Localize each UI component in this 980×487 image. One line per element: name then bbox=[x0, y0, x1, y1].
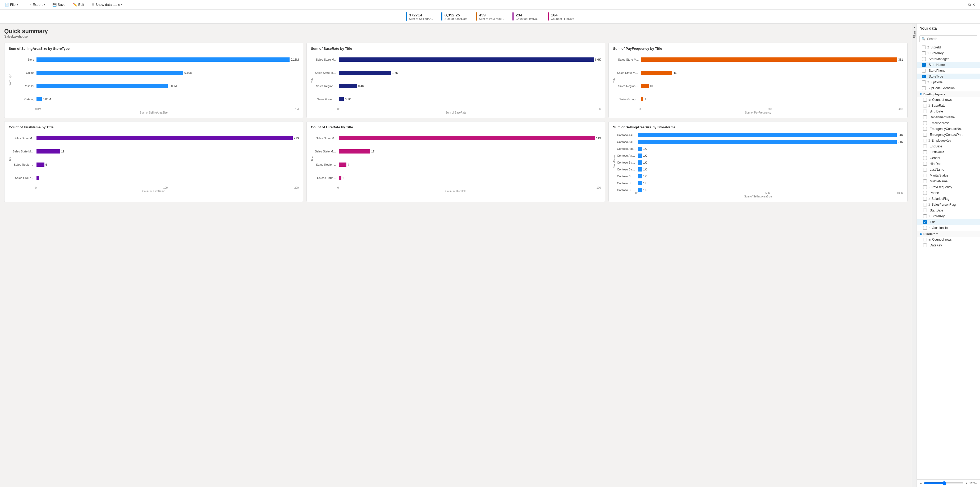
storetype-label: StoreType bbox=[929, 75, 977, 78]
storemanager-checkbox[interactable] bbox=[922, 57, 926, 61]
sidebar-item-email[interactable]: EmailAddress bbox=[917, 120, 980, 126]
hiredate-checkbox[interactable] bbox=[923, 162, 927, 166]
salariedflag-checkbox[interactable] bbox=[923, 197, 927, 201]
sidebar-item-startdate[interactable]: StartDate bbox=[917, 208, 980, 213]
countrows-emp-checkbox[interactable] bbox=[923, 98, 927, 102]
table-icon: ⊞ bbox=[920, 93, 922, 96]
middlename-checkbox[interactable] bbox=[923, 179, 927, 183]
emergphone-checkbox[interactable] bbox=[923, 133, 927, 137]
chart1-title: Sum of SellingAreaSize by StoreType bbox=[9, 46, 299, 51]
sidebar-item-payfreq[interactable]: Σ PayFrequency bbox=[917, 184, 980, 190]
sidebar-item-datekey[interactable]: DateKey bbox=[917, 243, 980, 248]
storeid-checkbox[interactable] bbox=[922, 46, 926, 49]
chart4-title: Count of FirstName by Title bbox=[9, 125, 299, 129]
sidebar-item-gender[interactable]: Gender bbox=[917, 155, 980, 161]
sidebar-item-count-rows-employee[interactable]: ▣ Count of rows bbox=[917, 97, 980, 103]
sidebar-item-phone[interactable]: Phone bbox=[917, 190, 980, 196]
title-checkbox[interactable]: ✓ bbox=[923, 220, 927, 224]
marital-label: MaritalStatus bbox=[930, 174, 977, 177]
storephone-label: StorePhone bbox=[929, 69, 977, 72]
sidebar-item-maritalstatus[interactable]: MaritalStatus bbox=[917, 172, 980, 179]
sidebar-item-storeid[interactable]: Σ StoreId bbox=[917, 45, 980, 50]
sidebar-item-deptname[interactable]: DepartmentName bbox=[917, 114, 980, 120]
sidebar-item-storekey-emp[interactable]: Σ StoreKey bbox=[917, 213, 980, 219]
storephone-checkbox[interactable] bbox=[922, 69, 926, 72]
sidebar-search[interactable]: 🔍 bbox=[920, 35, 977, 42]
sidebar-item-hiredate[interactable]: HireDate bbox=[917, 161, 980, 167]
marital-checkbox[interactable] bbox=[923, 174, 927, 177]
filters-toggle[interactable]: › Filters bbox=[912, 24, 916, 487]
sidebar-item-storekey[interactable]: Σ StoreKey bbox=[917, 50, 980, 56]
sidebar-item-salariedflag[interactable]: Σ SalariedFlag bbox=[917, 196, 980, 202]
payfreq-checkbox[interactable] bbox=[923, 185, 927, 189]
zipcodeext-checkbox[interactable] bbox=[922, 86, 926, 90]
sidebar-item-vacationhours[interactable]: Σ VacationHours bbox=[917, 225, 980, 231]
sidebar-item-storemanager[interactable]: StoreManager bbox=[917, 56, 980, 62]
zoom-in-icon[interactable]: + bbox=[966, 482, 967, 485]
sidebar-item-enddate[interactable]: EndDate bbox=[917, 144, 980, 149]
filters-label: Filters bbox=[913, 30, 916, 38]
chart4-y-label: Title bbox=[9, 156, 12, 161]
kpi-3-value: 439 bbox=[479, 13, 504, 17]
sidebar-group-dimemployee[interactable]: ⊞ DimEmployee ▾ bbox=[917, 91, 980, 97]
sidebar-item-count-rows-date[interactable]: ▣ Count of rows bbox=[917, 236, 980, 243]
charts-row-1: Sum of SellingAreaSize by StoreType Stor… bbox=[4, 43, 908, 118]
storetype-checkbox[interactable]: ✓ bbox=[922, 75, 926, 78]
close-icon: ✕ bbox=[972, 3, 975, 6]
search-input[interactable] bbox=[920, 35, 977, 42]
sidebar-item-storetype[interactable]: ✓ StoreType bbox=[917, 73, 980, 80]
countrows-date-checkbox[interactable] bbox=[923, 238, 927, 241]
chart1-bar-3: Catalog 0.00M bbox=[13, 97, 299, 102]
deptname-checkbox[interactable] bbox=[923, 115, 927, 119]
storekey-emp-checkbox[interactable] bbox=[923, 214, 927, 218]
chart6-bar-8: Contoso Burli... 1K bbox=[617, 187, 903, 193]
birthdate-checkbox[interactable] bbox=[923, 110, 927, 113]
enddate-checkbox[interactable] bbox=[923, 145, 927, 148]
sidebar-item-baserate[interactable]: Σ BaseRate bbox=[917, 103, 980, 109]
vacationhours-checkbox[interactable] bbox=[923, 226, 927, 230]
sigma-icon: Σ bbox=[928, 215, 930, 218]
sidebar-item-emergphone[interactable]: EmergencyContactPh... bbox=[917, 132, 980, 137]
kpi-5-bar bbox=[548, 12, 549, 21]
sidebar-item-birthdate[interactable]: BirthDate bbox=[917, 109, 980, 114]
payfreq-label: PayFrequency bbox=[932, 185, 977, 189]
chart3-bar-0: Sales Store M... 381 bbox=[617, 57, 903, 62]
sidebar-item-zipcode[interactable]: Σ ZipCode bbox=[917, 80, 980, 85]
sidebar-item-emergname[interactable]: EmergencyContactNa... bbox=[917, 126, 980, 132]
sidebar-item-storename[interactable]: ✓ StoreName bbox=[917, 62, 980, 68]
sidebar-item-storephone[interactable]: StorePhone bbox=[917, 68, 980, 73]
gender-checkbox[interactable] bbox=[923, 156, 927, 160]
chart3-bar-2: Sales Region ... 10 bbox=[617, 83, 903, 89]
zipcode-checkbox[interactable] bbox=[922, 80, 926, 84]
empkey-checkbox[interactable] bbox=[923, 139, 927, 142]
show-data-table-button[interactable]: ⊞ Show data table ▾ bbox=[90, 2, 124, 8]
startdate-checkbox[interactable] bbox=[923, 209, 927, 212]
sidebar-item-title[interactable]: ✓ Title bbox=[917, 219, 980, 225]
edit-button[interactable]: ✏️ Edit bbox=[72, 2, 86, 8]
firstname-checkbox[interactable] bbox=[923, 150, 927, 154]
save-button[interactable]: 💾 Save bbox=[51, 2, 67, 8]
phone-checkbox[interactable] bbox=[923, 191, 927, 195]
sidebar-item-salespersonflag[interactable]: Σ SalesPersonFlag bbox=[917, 202, 980, 208]
export-menu[interactable]: ↑ Export ▾ bbox=[28, 2, 46, 8]
edit-icon: ✏️ bbox=[73, 3, 77, 6]
emergname-checkbox[interactable] bbox=[923, 127, 927, 131]
sidebar-item-empkey[interactable]: Σ EmployeeKey bbox=[917, 137, 980, 144]
lastname-checkbox[interactable] bbox=[923, 168, 927, 171]
file-menu[interactable]: 📄 File ▾ bbox=[3, 2, 19, 8]
window-controls[interactable]: ⧉ ✕ bbox=[967, 2, 977, 8]
email-checkbox[interactable] bbox=[923, 121, 927, 125]
storekey-checkbox[interactable] bbox=[922, 51, 926, 55]
sidebar-group-dimdate[interactable]: ⊞ DimDate ▾ bbox=[917, 231, 980, 236]
sidebar-item-middlename[interactable]: MiddleName bbox=[917, 179, 980, 184]
sidebar-item-zipcodeext[interactable]: ZipCodeExtension bbox=[917, 85, 980, 91]
sidebar-item-firstname[interactable]: FirstName bbox=[917, 149, 980, 155]
baserate-checkbox[interactable] bbox=[923, 104, 927, 107]
zoom-slider[interactable] bbox=[924, 481, 963, 485]
zoom-out-icon[interactable]: − bbox=[920, 482, 921, 485]
sidebar-item-lastname[interactable]: LastName bbox=[917, 167, 980, 172]
storename-checkbox[interactable]: ✓ bbox=[922, 63, 926, 67]
datekey-checkbox[interactable] bbox=[923, 244, 927, 247]
chart1-bar-2: Reseller 0.09M bbox=[13, 83, 299, 89]
salespersonflag-checkbox[interactable] bbox=[923, 203, 927, 206]
